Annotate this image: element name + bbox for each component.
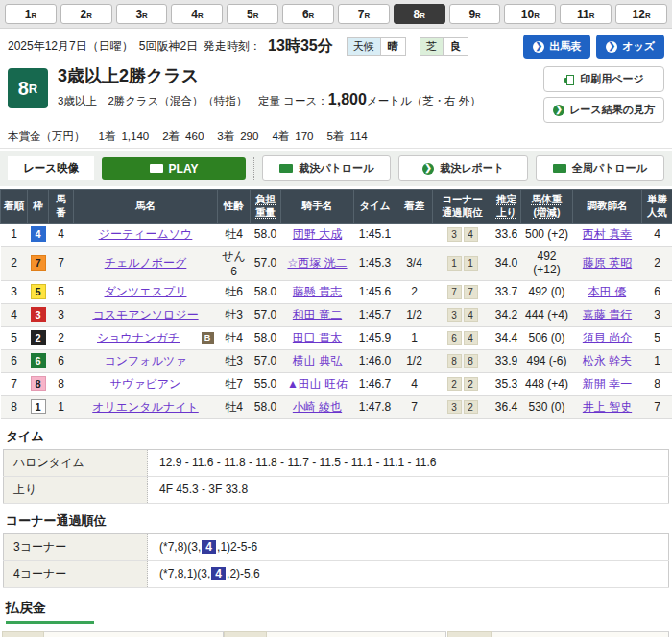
corner-positions: 34	[433, 303, 492, 326]
all-round-patrol-button[interactable]: 全周パトロール	[536, 155, 664, 181]
trainer-link[interactable]: 井上 智史	[583, 400, 632, 413]
horse-name-link[interactable]: オリエンタルナイト	[76, 399, 216, 415]
horse-name-link[interactable]: コンフォルツァ	[76, 353, 216, 369]
sex-age: 牡3	[218, 349, 251, 372]
trainer-link[interactable]: 藤原 英昭	[583, 256, 632, 270]
race-video-label: レース映像	[8, 156, 94, 180]
bracket-cell: 1	[28, 395, 49, 418]
steward-report-button[interactable]: ❯ 裁決レポート	[398, 155, 527, 181]
race-tab-5R[interactable]: 5R	[227, 4, 278, 24]
divider	[253, 157, 254, 180]
column-header: 馬 番	[49, 190, 74, 223]
prize-amount: 1,140	[121, 130, 149, 142]
corner-position: 8	[464, 354, 478, 368]
trainer-cell: 藤原 英昭	[573, 246, 642, 280]
bracket-cell: 4	[28, 223, 49, 246]
jockey-link[interactable]: 藤懸 貴志	[293, 285, 342, 298]
trainer-link[interactable]: 須貝 尚介	[583, 331, 632, 344]
time-row: ハロンタイム12.9 - 11.6 - 11.8 - 11.8 - 11.7 -…	[4, 449, 669, 476]
horse-name-link[interactable]: ダンツエスプリ	[76, 284, 216, 300]
trainer-link[interactable]: 本田 優	[588, 285, 626, 298]
payout-row: 単勝4800円4番人気	[3, 631, 224, 637]
race-tab-11R[interactable]: 11R	[560, 4, 612, 24]
jockey-cell: 小崎 綾也	[281, 395, 354, 418]
horse-name-link[interactable]: コスモアンソロジー	[76, 307, 216, 323]
jockey-link[interactable]: 田口 貫太	[293, 331, 342, 344]
start-time-value: 13時35分	[268, 36, 333, 57]
column-header: 性齢	[218, 190, 251, 223]
trainer-cell: 井上 智史	[573, 395, 642, 418]
race-tab-12R[interactable]: 12R	[615, 4, 667, 24]
odds-button[interactable]: ❯ オッズ	[596, 35, 664, 59]
last-3f: 36.4	[492, 395, 521, 418]
jockey-link[interactable]: ☆西塚 洸二	[287, 256, 347, 270]
column-header-text: 負担 重量	[255, 193, 276, 218]
horse-name-link[interactable]: ショウナンガチ	[76, 330, 202, 346]
column-header-text: 馬体重 (増減)	[532, 193, 563, 218]
circle-arrow-icon: ❯	[533, 41, 544, 53]
payout-row: 馬連4-71,340円5番人気	[447, 631, 668, 637]
corner-position: 3	[447, 227, 462, 242]
time-row-label: 上り	[4, 476, 148, 503]
trainer-link[interactable]: 嘉藤 貴行	[583, 308, 632, 321]
column-header: 馬名	[74, 190, 218, 223]
race-tab-9R[interactable]: 9R	[449, 4, 501, 24]
entries-button[interactable]: ❯ 出馬表	[523, 35, 590, 59]
race-tab-6R[interactable]: 6R	[282, 4, 334, 24]
bracket-cell: 6	[28, 349, 49, 372]
trainer-link[interactable]: 松永 幹夫	[583, 354, 632, 367]
turf-label: 芝	[420, 38, 443, 55]
sex-age: 牡6	[218, 280, 251, 303]
race-tab-8R[interactable]: 8R	[394, 4, 445, 24]
trainer-link[interactable]: 西村 真幸	[583, 227, 632, 241]
sex-age: 牡7	[218, 372, 251, 395]
play-button[interactable]: PLAY	[102, 157, 246, 180]
corner-position: 1	[447, 256, 462, 271]
corner-position: 2	[464, 377, 478, 391]
carried-weight: 55.0	[251, 372, 281, 395]
circle-arrow-icon: ❯	[422, 163, 434, 175]
steward-patrol-button[interactable]: 裁決パトロール	[262, 155, 391, 181]
jockey-link[interactable]: ▲田山 旺佑	[287, 377, 348, 390]
horse-name-link[interactable]: チェルノボーグ	[76, 255, 216, 271]
jockey-link[interactable]: 和田 竜二	[293, 308, 342, 321]
last-3f: 35.3	[492, 372, 521, 395]
horse-name-wrap: オリエンタルナイト	[76, 399, 216, 415]
circle-arrow-icon: ❯	[606, 41, 617, 53]
finish-position: 8	[1, 395, 28, 418]
race-tab-4R[interactable]: 4R	[171, 4, 223, 24]
video-camera-icon	[553, 164, 566, 173]
finish-time: 1:46.7	[354, 372, 396, 395]
payout-column: 単勝4800円4番人気複勝4200円3番人気7160円2番人気5360円5番人気	[2, 631, 224, 637]
race-tab-10R[interactable]: 10R	[504, 4, 556, 24]
sex-age: せん6	[218, 246, 251, 280]
corner-row-value: (*7,8,1)(3,4,2)-5,6	[148, 560, 669, 587]
print-page-button[interactable]: 印刷用ページ	[543, 66, 664, 92]
race-tab-1R[interactable]: 1R	[5, 4, 57, 24]
horse-name-link[interactable]: サヴァビアン	[76, 376, 216, 392]
circle-arrow-icon: ❯	[553, 105, 564, 116]
table-row: 522ショウナンガチB牡458.0田口 貫太1:45.916434.4506 (…	[1, 326, 672, 349]
horse-number: 6	[49, 349, 74, 372]
jockey-link[interactable]: 団野 大成	[293, 227, 342, 241]
payout-amount: 1,340円	[550, 631, 620, 637]
race-tab-7R[interactable]: 7R	[338, 4, 390, 24]
jockey-link[interactable]: 横山 典弘	[293, 354, 342, 367]
payout-table: 単勝4800円4番人気複勝4200円3番人気7160円2番人気5360円5番人気…	[2, 631, 670, 637]
jockey-link[interactable]: 小崎 綾也	[293, 400, 342, 413]
corner-row: 4コーナー(*7,8,1)(3,4,2)-5,6	[4, 560, 669, 587]
table-row: 355ダンツエスプリ牡658.0藤懸 貴志1:45.627733.7492 (0…	[1, 280, 672, 303]
race-tab-3R[interactable]: 3R	[116, 4, 168, 24]
trainer-link[interactable]: 新開 幸一	[583, 377, 632, 390]
sex-age: 牡3	[218, 303, 251, 326]
column-header: 着差	[396, 190, 433, 223]
payout-favorite-rank	[394, 631, 445, 637]
blinker-badge: B	[202, 332, 214, 344]
payout-column: 馬連4-71,340円5番人気馬単4-73,500円13番人気3連複4-5-74…	[446, 631, 670, 637]
results-guide-button[interactable]: ❯ レース結果の見方	[543, 97, 664, 123]
finish-position: 6	[1, 349, 28, 372]
race-tab-2R[interactable]: 2R	[60, 4, 112, 24]
prize-rank: 2着	[162, 130, 180, 142]
horse-name-link[interactable]: ジーティームソウ	[76, 226, 216, 243]
sex-age: 牡4	[218, 223, 251, 246]
